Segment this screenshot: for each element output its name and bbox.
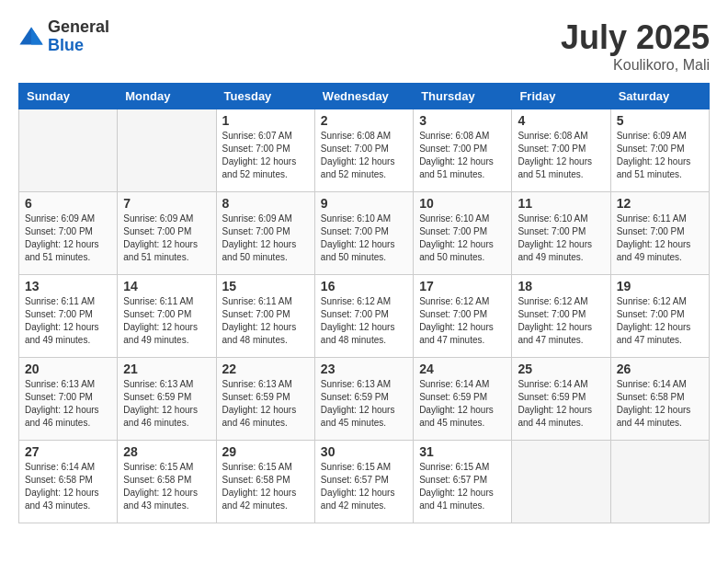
day-number: 16	[321, 279, 407, 293]
weekday-header-row: SundayMondayTuesdayWednesdayThursdayFrid…	[19, 84, 710, 109]
logo-icon	[18, 24, 44, 50]
day-number: 24	[419, 362, 506, 376]
calendar-cell: 25Sunrise: 6:14 AMSunset: 6:59 PMDayligh…	[512, 358, 610, 441]
calendar-cell: 28Sunrise: 6:15 AMSunset: 6:58 PMDayligh…	[118, 441, 216, 523]
calendar-cell: 10Sunrise: 6:10 AMSunset: 7:00 PMDayligh…	[414, 192, 512, 275]
day-info: Sunrise: 6:11 AMSunset: 7:00 PMDaylight:…	[617, 213, 703, 264]
svg-marker-1	[31, 27, 43, 44]
week-row-3: 13Sunrise: 6:11 AMSunset: 7:00 PMDayligh…	[19, 275, 710, 358]
calendar-cell: 1Sunrise: 6:07 AMSunset: 7:00 PMDaylight…	[216, 109, 314, 192]
page-header: General Blue July 2025 Koulikoro, Mali	[18, 18, 710, 74]
day-number: 28	[123, 444, 210, 459]
calendar-cell: 27Sunrise: 6:14 AMSunset: 6:58 PMDayligh…	[19, 441, 118, 523]
day-number: 12	[617, 196, 703, 211]
day-number: 13	[25, 279, 111, 293]
day-info: Sunrise: 6:15 AMSunset: 6:58 PMDaylight:…	[222, 461, 309, 512]
day-info: Sunrise: 6:09 AMSunset: 7:00 PMDaylight:…	[123, 213, 210, 264]
calendar-cell: 20Sunrise: 6:13 AMSunset: 7:00 PMDayligh…	[19, 358, 118, 441]
calendar-cell: 12Sunrise: 6:11 AMSunset: 7:00 PMDayligh…	[610, 192, 709, 275]
calendar-cell: 24Sunrise: 6:14 AMSunset: 6:59 PMDayligh…	[414, 358, 512, 441]
calendar-cell: 23Sunrise: 6:13 AMSunset: 6:59 PMDayligh…	[314, 358, 413, 441]
day-number: 5	[617, 113, 703, 128]
calendar-cell: 30Sunrise: 6:15 AMSunset: 6:57 PMDayligh…	[314, 441, 413, 523]
calendar-cell: 15Sunrise: 6:11 AMSunset: 7:00 PMDayligh…	[216, 275, 314, 358]
day-number: 21	[123, 362, 210, 376]
day-info: Sunrise: 6:14 AMSunset: 6:58 PMDaylight:…	[617, 378, 703, 430]
logo-blue-text: Blue	[48, 36, 84, 54]
day-number: 17	[419, 279, 506, 293]
day-info: Sunrise: 6:08 AMSunset: 7:00 PMDaylight:…	[518, 130, 604, 181]
day-number: 27	[25, 444, 111, 459]
calendar-cell: 22Sunrise: 6:13 AMSunset: 6:59 PMDayligh…	[216, 358, 314, 441]
day-info: Sunrise: 6:12 AMSunset: 7:00 PMDaylight:…	[419, 295, 506, 347]
calendar-cell: 29Sunrise: 6:15 AMSunset: 6:58 PMDayligh…	[216, 441, 314, 523]
calendar-cell: 7Sunrise: 6:09 AMSunset: 7:00 PMDaylight…	[118, 192, 216, 275]
day-number: 11	[518, 196, 604, 211]
day-number: 22	[222, 362, 309, 376]
calendar-table: SundayMondayTuesdayWednesdayThursdayFrid…	[18, 83, 710, 523]
week-row-5: 27Sunrise: 6:14 AMSunset: 6:58 PMDayligh…	[19, 441, 710, 523]
day-info: Sunrise: 6:12 AMSunset: 7:00 PMDaylight:…	[518, 295, 604, 347]
weekday-header-wednesday: Wednesday	[314, 84, 413, 109]
day-number: 3	[419, 113, 506, 128]
day-number: 15	[222, 279, 309, 293]
day-number: 20	[25, 362, 111, 376]
calendar-cell: 13Sunrise: 6:11 AMSunset: 7:00 PMDayligh…	[19, 275, 118, 358]
day-info: Sunrise: 6:14 AMSunset: 6:59 PMDaylight:…	[518, 378, 604, 430]
day-info: Sunrise: 6:08 AMSunset: 7:00 PMDaylight:…	[419, 130, 506, 181]
calendar-cell: 2Sunrise: 6:08 AMSunset: 7:00 PMDaylight…	[314, 109, 413, 192]
day-number: 10	[419, 196, 506, 211]
logo: General Blue	[18, 18, 109, 55]
day-info: Sunrise: 6:13 AMSunset: 6:59 PMDaylight:…	[222, 378, 309, 430]
day-info: Sunrise: 6:10 AMSunset: 7:00 PMDaylight:…	[321, 213, 407, 264]
day-info: Sunrise: 6:09 AMSunset: 7:00 PMDaylight:…	[25, 213, 111, 264]
title-block: July 2025 Koulikoro, Mali	[561, 18, 710, 74]
day-info: Sunrise: 6:13 AMSunset: 7:00 PMDaylight:…	[25, 378, 111, 430]
day-info: Sunrise: 6:15 AMSunset: 6:57 PMDaylight:…	[419, 461, 506, 512]
day-number: 7	[123, 196, 210, 211]
day-info: Sunrise: 6:11 AMSunset: 7:00 PMDaylight:…	[25, 295, 111, 347]
calendar-cell: 11Sunrise: 6:10 AMSunset: 7:00 PMDayligh…	[512, 192, 610, 275]
weekday-header-friday: Friday	[512, 84, 610, 109]
weekday-header-saturday: Saturday	[610, 84, 709, 109]
day-number: 14	[123, 279, 210, 293]
calendar-cell	[118, 109, 216, 192]
day-number: 19	[617, 279, 703, 293]
day-info: Sunrise: 6:13 AMSunset: 6:59 PMDaylight:…	[321, 378, 407, 430]
day-number: 9	[321, 196, 407, 211]
day-info: Sunrise: 6:09 AMSunset: 7:00 PMDaylight:…	[222, 213, 309, 264]
week-row-4: 20Sunrise: 6:13 AMSunset: 7:00 PMDayligh…	[19, 358, 710, 441]
calendar-cell: 8Sunrise: 6:09 AMSunset: 7:00 PMDaylight…	[216, 192, 314, 275]
day-number: 23	[321, 362, 407, 376]
day-info: Sunrise: 6:14 AMSunset: 6:59 PMDaylight:…	[419, 378, 506, 430]
day-info: Sunrise: 6:08 AMSunset: 7:00 PMDaylight:…	[321, 130, 407, 181]
day-number: 2	[321, 113, 407, 128]
day-info: Sunrise: 6:11 AMSunset: 7:00 PMDaylight:…	[222, 295, 309, 347]
weekday-header-monday: Monday	[118, 84, 216, 109]
weekday-header-sunday: Sunday	[19, 84, 118, 109]
calendar-cell: 3Sunrise: 6:08 AMSunset: 7:00 PMDaylight…	[414, 109, 512, 192]
calendar-cell: 18Sunrise: 6:12 AMSunset: 7:00 PMDayligh…	[512, 275, 610, 358]
day-number: 6	[25, 196, 111, 211]
calendar-cell: 4Sunrise: 6:08 AMSunset: 7:00 PMDaylight…	[512, 109, 610, 192]
day-number: 30	[321, 444, 407, 459]
calendar-cell: 17Sunrise: 6:12 AMSunset: 7:00 PMDayligh…	[414, 275, 512, 358]
calendar-cell: 16Sunrise: 6:12 AMSunset: 7:00 PMDayligh…	[314, 275, 413, 358]
day-number: 25	[518, 362, 604, 376]
week-row-2: 6Sunrise: 6:09 AMSunset: 7:00 PMDaylight…	[19, 192, 710, 275]
calendar-cell: 5Sunrise: 6:09 AMSunset: 7:00 PMDaylight…	[610, 109, 709, 192]
calendar-cell: 21Sunrise: 6:13 AMSunset: 6:59 PMDayligh…	[118, 358, 216, 441]
day-info: Sunrise: 6:15 AMSunset: 6:58 PMDaylight:…	[123, 461, 210, 512]
calendar-cell	[512, 441, 610, 523]
day-info: Sunrise: 6:14 AMSunset: 6:58 PMDaylight:…	[25, 461, 111, 512]
week-row-1: 1Sunrise: 6:07 AMSunset: 7:00 PMDaylight…	[19, 109, 710, 192]
weekday-header-thursday: Thursday	[414, 84, 512, 109]
day-number: 8	[222, 196, 309, 211]
day-info: Sunrise: 6:13 AMSunset: 6:59 PMDaylight:…	[123, 378, 210, 430]
logo-general-text: General	[48, 17, 109, 36]
calendar-cell: 14Sunrise: 6:11 AMSunset: 7:00 PMDayligh…	[118, 275, 216, 358]
location: Koulikoro, Mali	[561, 57, 710, 74]
day-info: Sunrise: 6:12 AMSunset: 7:00 PMDaylight:…	[321, 295, 407, 347]
calendar-cell	[19, 109, 118, 192]
calendar-cell: 31Sunrise: 6:15 AMSunset: 6:57 PMDayligh…	[414, 441, 512, 523]
